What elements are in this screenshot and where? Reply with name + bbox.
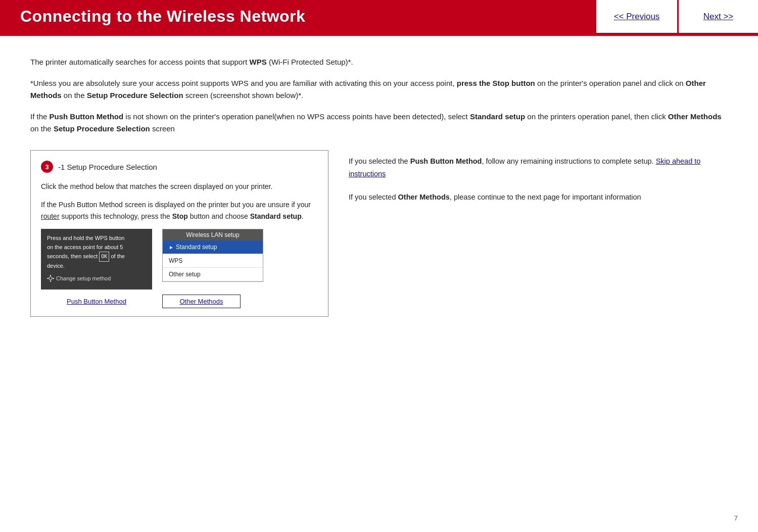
menu-item-wps: WPS (163, 254, 263, 268)
ok-badge: OK (99, 252, 109, 262)
main-content: The printer automatically searches for a… (0, 36, 758, 337)
setup-box-title: 3 -1 Setup Procedure Selection (41, 161, 318, 173)
next-button[interactable]: Next >> (677, 0, 758, 33)
change-setup: Change setup method (47, 275, 146, 282)
setup-instruction-2: If the Push Button Method screen is disp… (41, 199, 318, 222)
push-button-method-link[interactable]: Push Button Method (41, 298, 152, 305)
right-info-column: If you selected the Push Button Method, … (349, 150, 728, 317)
setup-instruction-1: Click the method below that matches the … (41, 181, 318, 192)
svg-rect-2 (50, 280, 51, 282)
labels-row: Push Button Method Other Methods (41, 295, 318, 308)
menu-arrow-icon: ► (169, 245, 174, 250)
screens-row: Press and hold the WPS buttonon the acce… (41, 229, 318, 289)
printer-screen-right: Wireless LAN setup ► Standard setup WPS … (162, 229, 263, 282)
right-info-para-1: If you selected the Push Button Method, … (349, 155, 728, 180)
page-title: Connecting to the Wireless Network (20, 7, 305, 26)
intro-paragraph-1: The printer automatically searches for a… (30, 56, 728, 68)
settings-icon (47, 275, 54, 282)
svg-point-0 (49, 277, 52, 280)
svg-rect-4 (53, 278, 54, 279)
screen-header-bar: Wireless LAN setup (163, 229, 263, 240)
other-methods-link[interactable]: Other Methods (162, 295, 241, 308)
header-navigation: << Previous Next >> (596, 0, 758, 33)
printer-screen-left: Press and hold the WPS buttonon the acce… (41, 229, 152, 289)
page-number: 7 (734, 514, 738, 522)
step-badge: 3 (41, 161, 53, 173)
intro-paragraph-3: If the Push Button Method is not shown o… (30, 111, 728, 135)
printer-screen-text: Press and hold the WPS buttonon the acce… (47, 234, 146, 271)
setup-procedure-box: 3 -1 Setup Procedure Selection Click the… (30, 150, 328, 317)
page-header: Connecting to the Wireless Network << Pr… (0, 0, 758, 33)
right-info-para-2: If you selected Other Methods, please co… (349, 191, 728, 204)
svg-rect-1 (50, 275, 51, 276)
two-column-section: 3 -1 Setup Procedure Selection Click the… (30, 150, 728, 317)
intro-paragraph-2: *Unless you are absolutely sure your acc… (30, 77, 728, 102)
menu-item-other-setup: Other setup (163, 268, 263, 281)
svg-rect-3 (47, 278, 49, 279)
previous-button[interactable]: << Previous (596, 0, 677, 33)
menu-item-standard-setup: ► Standard setup (163, 240, 263, 254)
